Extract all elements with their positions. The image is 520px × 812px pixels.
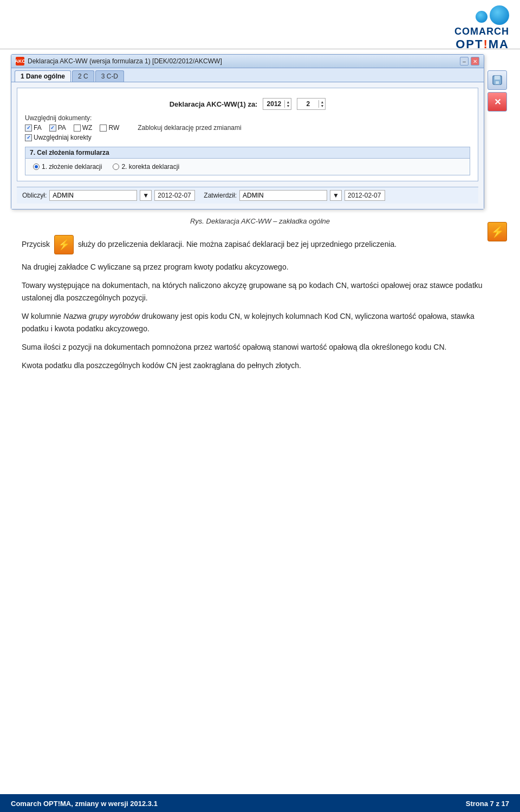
close-button[interactable]: ✕ [471, 57, 479, 66]
section-7-header: 7. Cel złożenia formularza [25, 147, 470, 159]
description-przycisk: Przycisk ⚡ służy do przeliczenia deklara… [22, 235, 498, 254]
uwzgledniaj-row: ✓ Uwzględniaj korekty [25, 134, 470, 141]
przycisk-label: Przycisk [22, 240, 50, 248]
description5-para: Suma ilości z pozycji na dokumentach pom… [22, 341, 498, 353]
description2-para: Na drugiej zakładce C wyliczane są przez… [22, 261, 498, 273]
description6-para: Kwota podatku dla poszczególnych kodów C… [22, 359, 498, 371]
dialog-title-text: Deklaracja AKC-WW (wersja formularza 1) … [28, 57, 222, 65]
description3-para: Towary występujące na dokumentach, na kt… [22, 279, 498, 304]
logo-optima-text: OPT!MA [456, 37, 509, 51]
radio-zlozenie-label: 1. złożenie deklaracji [42, 163, 102, 171]
year-arrows[interactable]: ▲ ▼ [285, 100, 291, 108]
obliczyl-dropdown[interactable]: ▼ [140, 190, 152, 201]
dialog-tabs: 1 Dane ogólne 2 C 3 C-D [11, 68, 484, 82]
obliczyl-field: Obliczył: ▼ 2012-02-07 [22, 190, 195, 201]
checkbox-fa[interactable]: ✓ [25, 125, 32, 132]
cb-wz[interactable]: WZ [74, 124, 93, 132]
description4-para: W kolumnie Nazwa grupy wyrobów drukowany… [22, 310, 498, 335]
cb-korekty-label: Uwzględniaj korekty [34, 134, 92, 141]
num-spinner[interactable]: 2 ▲ ▼ [297, 98, 326, 110]
obliczyl-input[interactable] [49, 190, 137, 201]
description1-text: służy do przeliczenia deklaracji. Nie mo… [78, 240, 396, 248]
cb-fa-label: FA [34, 124, 42, 132]
description4-prefix: W kolumnie [22, 312, 63, 320]
checkbox-pa[interactable]: ✓ [49, 125, 56, 132]
dialog-inner: AKC Deklaracja AKC-WW (wersja formularza… [11, 54, 484, 209]
body-section: Przycisk ⚡ służy do przeliczenia deklara… [11, 235, 509, 372]
obliczyl-label: Obliczył: [22, 192, 47, 199]
num-down-arrow[interactable]: ▼ [320, 104, 324, 108]
description4-italic: Nazwa grupy wyrobów [63, 312, 140, 320]
num-value: 2 [297, 100, 319, 108]
radio-zlozenie-circle[interactable] [33, 163, 40, 170]
dialog-wrapper: AKC Deklaracja AKC-WW (wersja formularza… [11, 54, 509, 209]
docs-row: ✓ FA ✓ PA WZ [25, 124, 470, 132]
dialog-titlebar: AKC Deklaracja AKC-WW (wersja formularza… [11, 55, 484, 68]
cb-wz-label: WZ [82, 124, 93, 132]
dialog-body: Deklaracja AKC-WW(1) za: 2012 ▲ ▼ 2 [11, 82, 484, 209]
svg-rect-1 [495, 76, 500, 80]
radio-korekta[interactable]: 2. korekta deklaracji [113, 163, 179, 171]
inner-panel: Deklaracja AKC-WW(1) za: 2012 ▲ ▼ 2 [17, 88, 478, 181]
year-down-arrow[interactable]: ▼ [286, 104, 290, 108]
cb-fa[interactable]: ✓ FA [25, 124, 42, 132]
obliczyl-date: 2012-02-07 [154, 190, 195, 201]
inline-lightning-icon: ⚡ [54, 235, 74, 254]
calculate-button[interactable]: ⚡ [487, 222, 507, 241]
logo-circle-small [476, 11, 487, 23]
dialog-right-buttons: ✕ ⚡ [487, 70, 509, 241]
tab-dane-ogolne[interactable]: 1 Dane ogólne [15, 70, 71, 82]
checkbox-wz[interactable] [74, 125, 81, 132]
radio-zlozenie[interactable]: 1. złożenie deklaracji [33, 163, 102, 171]
lightning-icon: ⚡ [491, 225, 504, 238]
minimize-button[interactable]: – [460, 57, 469, 66]
section-7-box: 7. Cel złożenia formularza 1. złożenie d… [25, 147, 470, 175]
zatwierdzil-field: Zatwierdził: ▼ 2012-02-07 [204, 190, 385, 201]
tab-3cd[interactable]: 3 C-D [95, 70, 124, 82]
documents-label: Uwzględnij dokumenty: [25, 114, 470, 122]
logo-comarch-text: COMARCH [454, 26, 509, 37]
zatwierdzil-dropdown[interactable]: ▼ [330, 190, 342, 201]
section-7-body: 1. złożenie deklaracji 2. korekta deklar… [25, 159, 470, 175]
side-button-1[interactable] [487, 70, 507, 90]
cb-rw[interactable]: RW [100, 124, 119, 132]
dialog-title-controls: – ✕ [460, 57, 479, 66]
year-up-arrow[interactable]: ▲ [286, 100, 290, 104]
caption-text: Rys. Deklaracja AKC-WW – zakładka ogólne [11, 217, 509, 225]
header-divider [0, 49, 520, 49]
declaration-row: Deklaracja AKC-WW(1) za: 2012 ▲ ▼ 2 [25, 94, 470, 114]
checkbox-rw[interactable] [100, 125, 107, 132]
zatwierdzil-date: 2012-02-07 [344, 190, 385, 201]
save-icon [491, 74, 503, 86]
declaration-label: Deklaracja AKC-WW(1) za: [170, 100, 258, 108]
comarch-logo: COMARCH OPT!MA [454, 5, 509, 51]
cb-pa-label: PA [58, 124, 66, 132]
zatwierdzil-label: Zatwierdził: [204, 192, 237, 199]
dialog-title-left: AKC Deklaracja AKC-WW (wersja formularza… [16, 57, 222, 66]
dialog-window: AKC Deklaracja AKC-WW (wersja formularza… [11, 54, 484, 209]
logo-circle-large [490, 5, 509, 25]
page-footer: Comarch OPT!MA, zmiany w wersji 2012.3.1… [0, 794, 520, 812]
svg-rect-3 [496, 81, 499, 84]
cb-rw-label: RW [108, 124, 119, 132]
year-spinner[interactable]: 2012 ▲ ▼ [263, 98, 291, 110]
radio-korekta-label: 2. korekta deklaracji [121, 163, 179, 171]
main-content: AKC Deklaracja AKC-WW (wersja formularza… [11, 54, 509, 378]
year-value: 2012 [263, 100, 285, 108]
dialog-icon: AKC [16, 57, 24, 66]
cb-korekty[interactable]: ✓ Uwzględniaj korekty [25, 134, 470, 141]
cancel-icon: ✕ [494, 97, 501, 107]
footer-left: Comarch OPT!MA, zmiany w wersji 2012.3.1 [11, 800, 158, 808]
side-button-cancel[interactable]: ✕ [487, 92, 507, 112]
checkbox-korekty[interactable]: ✓ [25, 134, 32, 141]
dialog-bottom: Obliczył: ▼ 2012-02-07 Zatwierdził: ▼ 20… [17, 187, 478, 204]
tab-2c[interactable]: 2 C [72, 70, 94, 82]
radio-korekta-circle[interactable] [113, 163, 119, 170]
zablokuj-label: Zablokuj deklarację przed zmianami [138, 124, 241, 132]
cb-pa[interactable]: ✓ PA [49, 124, 66, 132]
num-arrows[interactable]: ▲ ▼ [319, 100, 325, 108]
zatwierdzil-input[interactable] [239, 190, 327, 201]
footer-right: Strona 7 z 17 [466, 800, 509, 808]
num-up-arrow[interactable]: ▲ [320, 100, 324, 104]
